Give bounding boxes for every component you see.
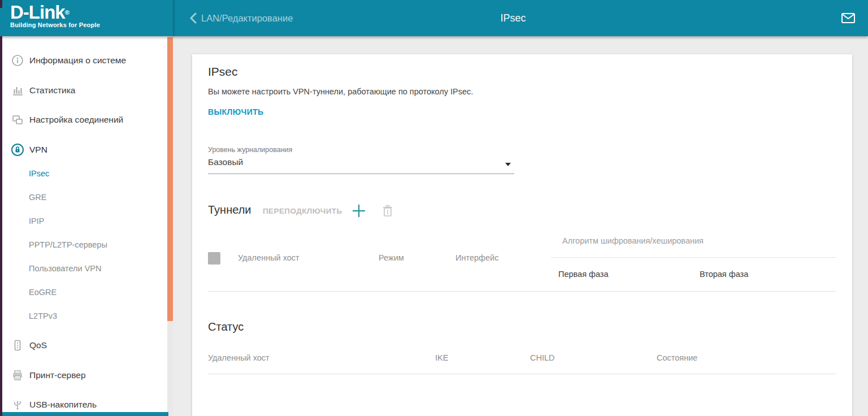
sidebar-item-ipsec[interactable]: IPsec: [2, 162, 167, 185]
add-tunnel-icon[interactable]: [351, 203, 366, 218]
sidebar-item-ipip[interactable]: IPIP: [2, 209, 167, 233]
sidebar-item-statistics[interactable]: Статистика: [2, 76, 167, 105]
tunnels-table-divider: [208, 291, 836, 292]
status-col-state: Состояние: [657, 353, 697, 362]
sidebar-subitem-label: L2TPv3: [29, 311, 57, 320]
sidebar-subitem-label: EoGRE: [29, 288, 57, 297]
log-level-select[interactable]: Базовый: [208, 156, 514, 174]
sidebar-subitem-label: GRE: [29, 193, 46, 202]
sidebar-item-l2tpv3[interactable]: L2TPv3: [2, 304, 167, 328]
status-title: Статус: [208, 320, 244, 333]
dlink-logo[interactable]: D-Link® Building Networks for People: [10, 2, 100, 28]
sidebar-item-label: USB-накопитель: [29, 400, 97, 410]
sidebar-item-vpn[interactable]: VPN: [2, 135, 167, 164]
reconnect-button[interactable]: ПЕРЕПОДКЛЮЧИТЬ: [263, 207, 342, 215]
status-col-child: CHILD: [530, 353, 555, 362]
status-col-remote-host: Удаленный хост: [208, 353, 270, 362]
qos-icon: [11, 339, 24, 352]
sidebar-item-eogre[interactable]: EoGRE: [2, 280, 167, 304]
tunnels-title: Туннели: [208, 203, 251, 216]
sidebar-subitem-label: Пользователи VPN: [29, 264, 101, 273]
dropdown-arrow-icon: [505, 163, 511, 166]
card-title: IPsec: [208, 65, 238, 79]
sidebar-subitem-label: IPIP: [29, 216, 44, 226]
sidebar-subitem-label: PPTP/L2TP-серверы: [29, 240, 107, 249]
mail-icon[interactable]: [841, 11, 856, 25]
sidebar-item-vpn-users[interactable]: Пользователи VPN: [2, 257, 167, 280]
sidebar-item-label: Информация о системе: [29, 55, 126, 66]
sidebar-item-label: Статистика: [29, 85, 75, 96]
header-divider: [173, 0, 176, 36]
sidebar-scrollbar-thumb[interactable]: [167, 37, 173, 321]
sidebar-item-label: VPN: [29, 145, 47, 155]
page-title: IPsec: [192, 0, 834, 36]
sidebar-scrollbar-track[interactable]: [167, 36, 173, 416]
select-all-checkbox[interactable]: [208, 252, 220, 265]
status-table-divider: [208, 374, 836, 374]
card-description: Вы можете настроить VPN-туннели, работаю…: [208, 87, 473, 96]
sidebar-item-label: Принт-сервер: [29, 370, 86, 380]
sidebar-item-system-info[interactable]: Информация о системе: [2, 46, 167, 75]
logo-tagline: Building Networks for People: [10, 21, 100, 28]
col-remote-host: Удаленный хост: [238, 253, 300, 262]
col-mode: Режим: [379, 253, 404, 262]
info-icon: [11, 54, 24, 67]
sidebar-subitem-label: IPsec: [29, 169, 49, 178]
col-algorithm-group: Алгоритм шифрования/хеширования: [562, 236, 704, 245]
left-edge-strip: [0, 0, 2, 416]
sidebar-item-connections[interactable]: Настройка соединений: [2, 105, 167, 135]
sidebar-item-label: Настройка соединений: [29, 115, 123, 125]
sidebar-item-print-server[interactable]: Принт-сервер: [2, 361, 167, 390]
col-interface: Интерфейс: [455, 253, 498, 262]
sidebar-item-qos[interactable]: QoS: [2, 331, 167, 360]
col-phase2: Вторая фаза: [700, 270, 748, 279]
left-edge-strip-header: [0, 8, 2, 36]
sidebar-bottom-accent: [0, 412, 168, 416]
disable-button[interactable]: ВЫКЛЮЧИТЬ: [208, 107, 264, 116]
connections-icon: [11, 114, 24, 126]
log-level-value: Базовый: [208, 157, 243, 167]
col-phase1: Первая фаза: [558, 270, 609, 279]
sidebar-item-gre[interactable]: GRE: [2, 185, 167, 209]
usb-icon: [11, 398, 24, 411]
registered-mark: ®: [65, 9, 69, 16]
log-level-label: Уровень журналирования: [208, 146, 292, 154]
printer-icon: [11, 369, 24, 382]
vpn-lock-icon: [11, 144, 24, 156]
app-root: D-Link® Building Networks for People LAN…: [0, 0, 868, 416]
sidebar-item-label: QoS: [29, 340, 47, 350]
sidebar-item-pptp-l2tp[interactable]: PPTP/L2TP-серверы: [2, 233, 167, 257]
stats-icon: [11, 84, 24, 97]
sidebar-nav: Информация о системе Статистика Настройк…: [2, 36, 173, 416]
algorithm-divider: [551, 257, 836, 258]
ipsec-card: IPsec Вы можете настроить VPN-туннели, р…: [192, 54, 852, 416]
delete-tunnel-icon[interactable]: [382, 205, 393, 217]
logo-brand: D-Link®: [10, 2, 100, 23]
app-header: D-Link® Building Networks for People LAN…: [0, 0, 868, 36]
status-col-ike: IKE: [435, 353, 448, 362]
